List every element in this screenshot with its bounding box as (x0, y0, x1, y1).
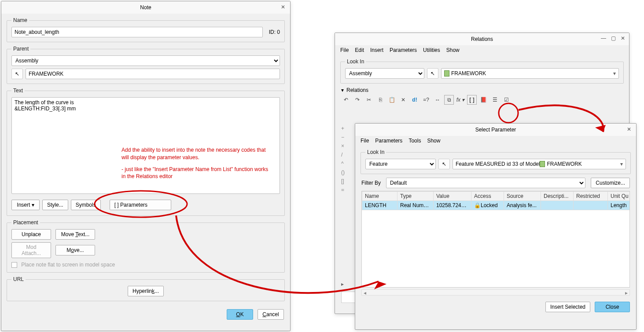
plus-icon[interactable]: + (341, 125, 345, 131)
select-param-lookin-legend: Look In (365, 149, 386, 155)
col-description[interactable]: Descripti... (541, 192, 574, 201)
col-name[interactable]: Name (362, 192, 397, 201)
table-row[interactable]: LENGTH Real Numb... 10258.7246... 🔒Locke… (362, 201, 630, 210)
close-button[interactable]: Close (595, 302, 630, 312)
provide-icon[interactable]: =? (421, 95, 431, 105)
book-icon[interactable]: 📕 (478, 95, 488, 105)
col-value[interactable]: Value (434, 192, 471, 201)
menu-insert[interactable]: Insert (370, 47, 383, 53)
maximize-icon[interactable]: ▢ (609, 35, 618, 43)
parent-select[interactable]: Assembly (11, 55, 280, 66)
check-icon[interactable]: ☑ (501, 95, 511, 105)
undo-icon[interactable]: ↶ (341, 95, 351, 105)
col-access[interactable]: Access (471, 192, 504, 201)
move-button[interactable]: Move... (55, 245, 95, 255)
menu-utilities[interactable]: Utilities (423, 47, 440, 53)
menu-file[interactable]: File (340, 47, 349, 53)
relations-header-row[interactable]: ▾ Relations (341, 87, 623, 93)
symbols-button[interactable]: Symbols (71, 200, 101, 210)
cell-access[interactable]: 🔒Locked (471, 201, 504, 210)
equals-icon[interactable]: = (341, 187, 345, 193)
copy-icon[interactable]: ⎘ (375, 95, 385, 105)
verify-icon[interactable]: ⧉ (444, 95, 454, 105)
customize-button[interactable]: Customize... (591, 178, 630, 188)
expand-icon[interactable]: ▸ (341, 281, 344, 287)
cell-restricted[interactable] (574, 201, 608, 210)
insert-selected-button[interactable]: Insert Selected (545, 302, 590, 312)
col-type[interactable]: Type (397, 192, 434, 201)
chevron-down-icon[interactable]: ▾ (613, 70, 616, 77)
arrow-icon[interactable]: ↖ (11, 69, 23, 79)
delete-icon[interactable]: ✕ (398, 95, 408, 105)
close-icon[interactable]: ✕ (279, 3, 287, 12)
cell-description[interactable] (541, 201, 574, 210)
bracket-icon[interactable]: [] (341, 178, 345, 184)
relations-menubar: File Edit Insert Parameters Utilities Sh… (335, 45, 629, 55)
parameter-table[interactable]: Name Type Value Access Source Descripti.… (362, 191, 630, 210)
cancel-button[interactable]: Cancel (258, 309, 284, 320)
redo-icon[interactable]: ↷ (353, 95, 362, 105)
collapse-icon[interactable]: ▾ (341, 87, 344, 93)
rows-icon[interactable]: ☰ (490, 95, 500, 105)
filter-label: Filter By (361, 180, 381, 186)
relations-lookin-legend: Look In (345, 58, 366, 65)
col-source[interactable]: Source (504, 192, 541, 201)
minimize-icon[interactable]: — (599, 35, 608, 43)
chevron-down-icon[interactable]: ▾ (620, 161, 623, 167)
cell-value[interactable]: 10258.7246... (434, 201, 471, 210)
cell-type[interactable]: Real Numb... (397, 201, 434, 210)
hyperlink-button[interactable]: Hyperlink... (128, 286, 164, 296)
brackets-icon[interactable]: [ ] (467, 95, 477, 105)
menu-tools[interactable]: Tools (408, 138, 421, 144)
close-icon[interactable]: ✕ (625, 125, 633, 134)
cell-name[interactable]: LENGTH (362, 201, 397, 210)
url-legend: URL (11, 276, 26, 282)
menu-parameters[interactable]: Parameters (375, 138, 402, 144)
arrow-icon[interactable]: ↖ (427, 68, 438, 79)
text-group: Text Add the ability to insert into the … (7, 88, 285, 216)
name-group: Name ID: 0 (7, 17, 285, 42)
minus-icon[interactable]: − (341, 134, 345, 140)
menu-file[interactable]: File (361, 138, 369, 144)
cut-icon[interactable]: ✂ (364, 95, 374, 105)
lookin-framework: FRAMEWORK (547, 161, 581, 167)
units-icon[interactable]: d! (410, 95, 420, 105)
horizontal-scrollbar[interactable]: ◂ ▸ (361, 289, 630, 296)
arrow-icon[interactable]: ↖ (438, 159, 450, 169)
menu-show[interactable]: Show (427, 138, 440, 144)
filter-select[interactable]: Default (386, 178, 585, 188)
paste-icon[interactable]: 📋 (387, 95, 397, 105)
style-button[interactable]: Style... (42, 200, 68, 210)
framework-input[interactable] (26, 69, 280, 79)
menu-edit[interactable]: Edit (355, 47, 364, 53)
fx-icon[interactable]: fx ▾ (456, 95, 465, 105)
scroll-right-icon[interactable]: ▸ (623, 290, 629, 295)
table-header-row: Name Type Value Access Source Descripti.… (362, 192, 630, 201)
insert-button[interactable]: Insert ▾ (11, 200, 40, 210)
parameters-button[interactable]: [ ] Parameters (110, 200, 171, 210)
cell-unit[interactable]: Length (608, 201, 630, 210)
move-text-button[interactable]: Move Text... (55, 229, 95, 240)
times-icon[interactable]: × (341, 143, 345, 149)
note-footer: OK Cancel (1, 305, 290, 324)
caret-icon[interactable]: ^ (341, 161, 345, 167)
text-legend: Text (11, 88, 25, 94)
close-icon[interactable]: ✕ (618, 35, 627, 43)
scroll-left-icon[interactable]: ◂ (362, 290, 368, 295)
divide-icon[interactable]: / (341, 152, 345, 158)
unplace-button[interactable]: Unplace (11, 229, 51, 240)
ok-button[interactable]: OK (227, 309, 253, 320)
menu-parameters[interactable]: Parameters (390, 47, 417, 53)
lookin-select[interactable]: Assembly (345, 68, 424, 79)
menu-show[interactable]: Show (446, 47, 460, 53)
dimension-icon[interactable]: ↔ (433, 95, 442, 105)
cell-source[interactable]: Analysis fe... (504, 201, 541, 210)
paren-icon[interactable]: () (341, 169, 345, 175)
relations-titlebar: Relations — ▢ ✕ (335, 33, 629, 45)
col-restricted[interactable]: Restricted (574, 192, 608, 201)
name-input[interactable] (11, 27, 263, 37)
lookin-feature-select[interactable]: Feature (365, 159, 436, 169)
col-unit[interactable]: Unit Qu (608, 192, 630, 201)
annotation-text: Add the ability to insert into the note … (121, 146, 271, 180)
lock-icon: 🔒 (474, 202, 481, 208)
